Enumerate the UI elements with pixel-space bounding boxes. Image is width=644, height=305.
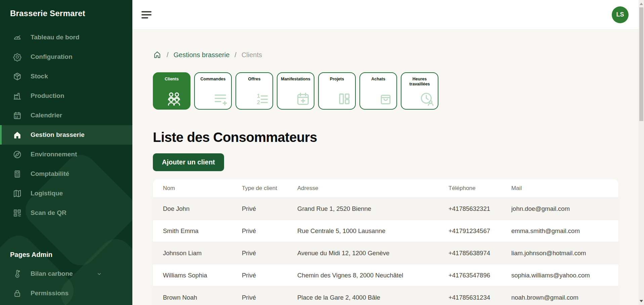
cell-type: Privé [242,227,297,235]
sidebar-item-label: Calendrier [31,112,62,119]
tab-label: Projets [319,77,355,82]
cell-type: Privé [242,250,297,257]
qr-icon [13,208,22,218]
breadcrumb-separator: / [167,51,169,59]
cell-telephone: +41785632321 [448,205,511,213]
clients-table: NomType de clientAdresseTéléphoneMail Do… [153,179,618,305]
cell-telephone: +41785631234 [448,294,511,301]
hamburger-bar [141,11,152,12]
cell-nom: Williams Sophia [163,272,242,279]
breadcrumb-item-clients: Clients [242,51,262,59]
cell-telephone: +41791234567 [448,227,511,235]
table-row[interactable]: Johnson LiamPrivéAvenue du Midi 12, 1200… [153,242,618,264]
tab-heures-travaillees[interactable]: Heures travaillées [401,72,438,110]
column-header-type-de-client: Type de client [242,185,297,192]
users-icon [166,91,182,107]
sidebar-item-comptabilite[interactable]: Comptabilité [0,164,132,184]
list-numbered-icon: 12 [254,91,269,107]
sidebar-item-calendrier[interactable]: 12Calendrier [0,106,132,125]
sidebar-item-environnement[interactable]: Environnement [0,145,132,164]
sidebar-item-label: Stock [31,73,48,80]
bag-icon [378,91,393,107]
breadcrumb-separator: / [234,51,237,59]
topbar: LS [132,0,644,30]
tab-label: Clients [154,77,190,82]
sidebar-item-label: Scan de QR [31,209,67,217]
sidebar-item-label: Configuration [31,53,73,61]
table-row[interactable]: Brown NoahPrivéPlace de la Gare 2, 4000 … [153,286,618,305]
sidebar-item-logistique[interactable]: Logistique [0,184,132,203]
cell-type: Privé [242,272,297,279]
column-header-adresse: Adresse [297,185,448,192]
cell-adresse: Rue Centrale 5, 1000 Lausanne [297,227,448,235]
sidebar-item-configuration[interactable]: Configuration [0,47,132,67]
leaf-icon [13,150,22,159]
sidebar-item-label: Tableau de bord [31,34,79,41]
tab-label: Achats [360,77,396,82]
scrollbar-thumb[interactable] [639,7,643,121]
map-icon [13,189,22,198]
tab-cards: ClientsCommandesOffres12ManifestationsPr… [153,72,639,110]
sidebar-item-scan-de-qr[interactable]: Scan de QR [0,203,132,223]
cell-telephone: +41763547896 [448,272,511,279]
sidebar-admin-nav: Bilan carbonePermissions [0,264,132,303]
table-row[interactable]: Doe JohnPrivéGrand Rue 1, 2520 Bienne+41… [153,197,618,220]
column-header-mail: Mail [511,185,618,192]
tab-projets[interactable]: Projets [318,72,356,110]
cell-adresse: Avenue du Midi 12, 1200 Genève [297,250,448,257]
cell-telephone: +41785638974 [448,250,511,257]
list-plus-icon [213,91,228,107]
breadcrumb-item-gestions-brasserie[interactable]: Gestions brasserie [174,51,230,59]
table-row[interactable]: Williams SophiaPrivéChemin des Vignes 8,… [153,264,618,286]
tab-manifestations[interactable]: Manifestations [277,72,314,110]
tab-commandes[interactable]: Commandes [194,72,232,110]
menu-toggle-icon[interactable] [141,11,152,18]
column-header-telephone: Téléphone [448,185,511,192]
table-row[interactable]: Smith EmmaPrivéRue Centrale 5, 1000 Laus… [153,220,618,242]
add-client-button[interactable]: Ajouter un client [153,153,224,171]
hamburger-bar [141,17,148,18]
sidebar-item-label: Permissions [31,290,69,297]
tab-offres[interactable]: Offres12 [235,72,273,110]
cell-adresse: Place de la Gare 2, 4000 Bâle [297,294,448,301]
tab-label: Manifestations [277,77,314,82]
cell-adresse: Grand Rue 1, 2520 Bienne [297,205,448,213]
sidebar-item-label: Production [31,92,64,100]
cell-mail: liam.johnson@hotmail.com [511,250,618,257]
svg-text:2: 2 [257,99,260,106]
sidebar-item-tableau-de-bord[interactable]: Tableau de bord [0,28,132,47]
breadcrumb: /Gestions brasserie/Clients [153,50,639,59]
sidebar: Brasserie Sermaret Tableau de bordConfig… [0,0,132,305]
main-content: /Gestions brasserie/Clients ClientsComma… [132,30,639,305]
gauge-icon [13,33,22,42]
app-title: Brasserie Sermaret [0,0,132,18]
svg-text:1: 1 [257,92,260,99]
clock-user-icon [419,91,435,107]
tab-clients[interactable]: Clients [153,72,190,110]
home-outline-icon[interactable] [153,50,162,59]
cell-mail: noah.brown@gmail.com [511,294,618,301]
home-icon [13,130,22,140]
sidebar-nav: Tableau de bordConfigurationStockProduct… [0,28,132,223]
sidebar-item-stock[interactable]: Stock [0,67,132,86]
cell-type: Privé [242,205,297,213]
scroll-down-arrow-icon[interactable] [640,300,643,302]
cell-mail: sophia.williams@yahoo.com [511,272,618,279]
scroll-up-arrow-icon[interactable] [640,3,643,5]
avatar[interactable]: LS [612,6,629,23]
hamburger-bar [141,14,152,15]
sidebar-item-bilan-carbone[interactable]: Bilan carbone [0,264,132,283]
sidebar-item-production[interactable]: Production [0,86,132,106]
admin-section-title: Pages Admin [0,251,132,259]
scrollbar[interactable] [639,0,644,305]
cell-nom: Johnson Liam [163,250,242,257]
tab-achats[interactable]: Achats [359,72,397,110]
tab-label: Offres [236,77,272,82]
calendar-icon: 12 [13,111,22,120]
sidebar-item-label: Bilan carbone [31,270,73,277]
table-header-row: NomType de clientAdresseTéléphoneMail [153,179,618,197]
sidebar-item-gestion-brasserie[interactable]: Gestion brasserie [0,125,132,145]
cell-nom: Brown Noah [163,294,242,301]
sidebar-item-permissions[interactable]: Permissions [0,283,132,303]
cell-nom: Doe John [163,205,242,213]
